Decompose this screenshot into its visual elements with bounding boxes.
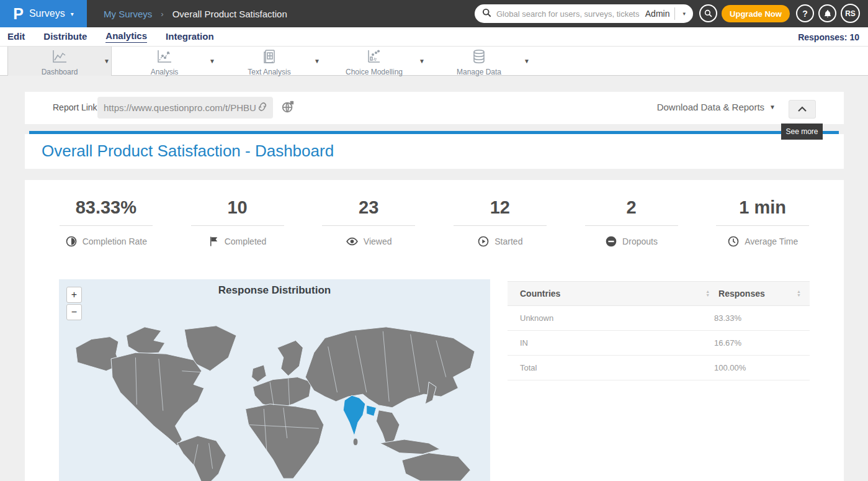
- chevron-down-icon[interactable]: ▼: [104, 58, 110, 65]
- stat-completed: 10 Completed: [172, 197, 303, 248]
- avatar-initials: RS: [845, 9, 856, 18]
- toolbar-item-manage-data[interactable]: Manage Data ▼: [427, 47, 531, 76]
- chevron-down-icon[interactable]: ▾: [680, 11, 688, 17]
- link-icon[interactable]: [257, 101, 268, 115]
- column-header-responses[interactable]: Responses: [718, 289, 793, 299]
- chevron-down-icon: ▼: [769, 104, 776, 110]
- dashboard-card: 83.33% Completion Rate 10 Completed 23: [25, 180, 844, 481]
- chevron-up-icon: [797, 106, 807, 112]
- upgrade-now-button[interactable]: Upgrade Now: [722, 5, 790, 22]
- divider: [191, 225, 284, 226]
- stats-row: 83.33% Completion Rate 10 Completed 23: [40, 197, 828, 248]
- map-zoom-in-button[interactable]: +: [66, 287, 82, 303]
- download-data-reports-label: Download Data & Reports: [657, 102, 764, 112]
- divider: [454, 225, 547, 226]
- minus-circle-icon: [605, 235, 617, 248]
- breadcrumb: My Surveys › Overall Product Satisfactio…: [104, 0, 287, 27]
- product-label: Surveys: [29, 8, 65, 19]
- surveys-product-menu[interactable]: P Surveys ▾: [0, 0, 87, 27]
- question-mark-icon: ?: [802, 9, 808, 19]
- scatter-chart-icon: [156, 49, 172, 66]
- stat-value: 83.33%: [40, 197, 172, 218]
- divider: [716, 225, 809, 226]
- chevron-down-icon[interactable]: ▼: [524, 58, 530, 65]
- stat-label: Viewed: [364, 236, 392, 246]
- responses-cell: 16.67%: [714, 338, 789, 348]
- breadcrumb-current: Overall Product Satisfaction: [172, 9, 287, 19]
- title-band: Overall Product Satisfaction - Dashboard: [25, 134, 844, 169]
- tab-edit[interactable]: Edit: [7, 31, 25, 43]
- flag-icon: [208, 235, 220, 248]
- responses-cell: 83.33%: [714, 313, 789, 323]
- notifications-button[interactable]: [818, 4, 836, 22]
- download-data-reports-menu[interactable]: Download Data & Reports ▼: [657, 102, 776, 112]
- search-button[interactable]: [699, 4, 717, 22]
- stat-value: 2: [566, 197, 697, 218]
- column-header-countries[interactable]: Countries: [508, 289, 702, 299]
- analytics-toolbar: Dashboard ▼ Analysis ▼ Text Analysis ▼ C…: [0, 47, 868, 76]
- avatar[interactable]: RS: [841, 4, 860, 23]
- toolbar-item-label: Choice Modelling: [346, 68, 403, 76]
- eye-icon: [346, 235, 359, 248]
- divider: [585, 225, 678, 226]
- stat-label: Dropouts: [622, 236, 658, 246]
- report-url-field: [97, 97, 273, 119]
- report-url-input[interactable]: [104, 102, 257, 113]
- chevron-down-icon: ▾: [71, 11, 74, 17]
- stat-label: Completion Rate: [83, 236, 147, 246]
- help-button[interactable]: ?: [796, 4, 814, 22]
- chevron-down-icon[interactable]: ▼: [419, 58, 425, 65]
- response-distribution-map: Response Distribution + −: [59, 279, 490, 481]
- chevron-down-icon[interactable]: ▼: [209, 58, 215, 65]
- responses-count: Responses: 10: [798, 27, 859, 47]
- document-table-icon: [262, 49, 277, 66]
- stat-average-time: 1 min Average Time: [697, 197, 828, 248]
- survey-nav: Edit Distribute Analytics Integration Re…: [0, 27, 868, 47]
- stat-value: 1 min: [697, 197, 828, 218]
- report-link-bar: Report Link Download Data & Reports ▼: [25, 92, 844, 124]
- country-cell: Unknown: [508, 313, 714, 323]
- play-circle-icon: [477, 235, 490, 248]
- model-chart-icon: [366, 49, 382, 66]
- world-map: [59, 279, 490, 481]
- table-row: IN 16.67%: [508, 331, 810, 356]
- toolbar-item-dashboard[interactable]: Dashboard ▼: [7, 47, 112, 76]
- divider: [322, 225, 415, 226]
- collapse-report-bar-button[interactable]: [789, 100, 816, 119]
- chevron-down-icon[interactable]: ▼: [314, 58, 320, 65]
- tab-analytics[interactable]: Analytics: [105, 30, 147, 43]
- stat-value: 10: [172, 197, 303, 218]
- toolbar-item-choice-modelling[interactable]: Choice Modelling ▼: [322, 47, 426, 76]
- country-cell: Total: [508, 363, 714, 372]
- countries-table: Countries ▲▼ Responses ▲▼ Unknown 83.33%…: [508, 281, 810, 380]
- breadcrumb-separator-icon: ›: [161, 9, 163, 19]
- global-search-input[interactable]: [496, 9, 640, 19]
- questionpro-logo: P: [13, 6, 24, 22]
- toolbar-item-text-analysis[interactable]: Text Analysis ▼: [217, 47, 321, 76]
- tab-integration[interactable]: Integration: [166, 31, 214, 43]
- stat-started: 12 Started: [434, 197, 566, 248]
- table-header-row: Countries ▲▼ Responses ▲▼: [508, 281, 810, 306]
- map-zoom-out-button[interactable]: −: [66, 304, 82, 320]
- search-icon: [482, 8, 491, 20]
- breadcrumb-my-surveys[interactable]: My Surveys: [104, 9, 152, 19]
- country-cell: IN: [508, 338, 714, 348]
- globe-settings-icon[interactable]: [281, 100, 295, 116]
- responses-cell: 100.00%: [714, 363, 789, 372]
- stat-dropouts: 2 Dropouts: [566, 197, 697, 248]
- table-row: Total 100.00%: [508, 356, 810, 380]
- topbar: P Surveys ▾ My Surveys › Overall Product…: [0, 0, 868, 27]
- stat-value: 23: [303, 197, 434, 218]
- table-row: Unknown 83.33%: [508, 306, 810, 331]
- bell-icon: [823, 9, 832, 18]
- accent-divider: [29, 131, 839, 134]
- sort-icon[interactable]: ▲▼: [797, 290, 801, 298]
- map-title: Response Distribution: [59, 284, 490, 297]
- tab-distribute[interactable]: Distribute: [43, 31, 87, 43]
- stat-label: Average Time: [745, 236, 798, 246]
- completion-rate-icon: [65, 235, 78, 248]
- stat-completion-rate: 83.33% Completion Rate: [40, 197, 172, 248]
- sort-icon[interactable]: ▲▼: [705, 290, 710, 298]
- toolbar-item-analysis[interactable]: Analysis ▼: [112, 47, 217, 76]
- toolbar-item-label: Text Analysis: [248, 68, 290, 76]
